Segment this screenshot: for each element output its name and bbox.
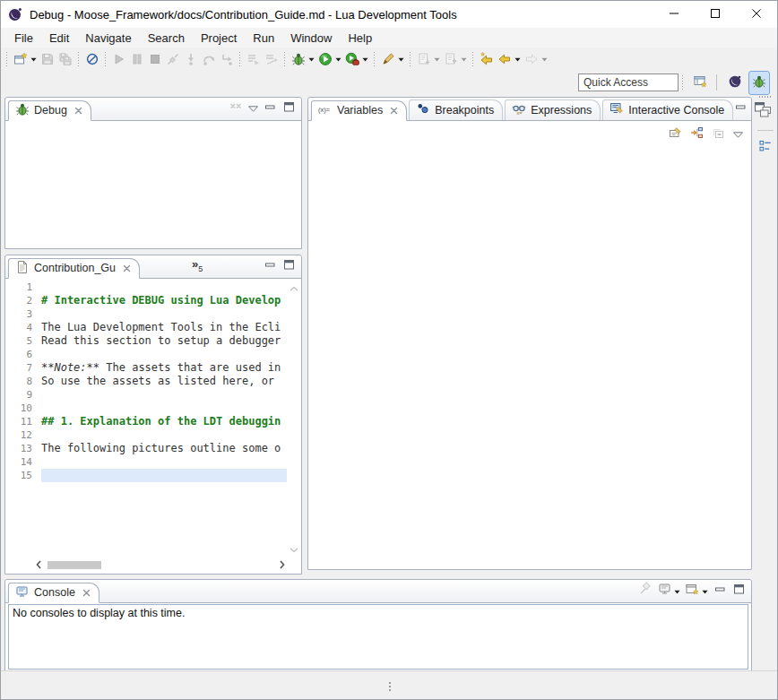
display-console-dropdown-icon[interactable] (674, 583, 680, 597)
previous-annotation-button[interactable] (442, 49, 469, 69)
menu-file[interactable]: File (6, 30, 41, 47)
forward-dropdown-icon[interactable] (541, 57, 548, 62)
remove-all-terminated-button[interactable] (228, 99, 244, 117)
pen-button[interactable] (379, 49, 406, 69)
toolbar-drag-handle[interactable] (78, 52, 79, 66)
editor-line[interactable]: 6 (5, 348, 287, 361)
close-icon[interactable] (74, 107, 82, 115)
close-icon[interactable] (123, 264, 131, 272)
tab-expressions[interactable]: x=Expressions (505, 99, 601, 120)
outline-view-button[interactable] (757, 138, 774, 157)
open-console-dropdown-icon[interactable] (702, 583, 708, 597)
toolbar-drag-handle[interactable] (410, 52, 411, 66)
minimize-button[interactable] (263, 257, 278, 275)
step-return-button[interactable] (218, 49, 236, 69)
skip-all-breakpoints-button[interactable] (83, 49, 101, 69)
editor-line[interactable]: 4The Lua Development Tools in the Ecli (5, 321, 287, 334)
editor-line[interactable]: 1 (5, 281, 287, 294)
editor-line[interactable]: 2# Interactive DEBUG using Lua Develop (5, 294, 287, 307)
toolbar-drag-handle[interactable] (105, 52, 106, 66)
open-perspective-button[interactable] (690, 71, 712, 95)
tab-console[interactable]: Console (8, 583, 99, 603)
back-dropdown-icon[interactable] (514, 57, 521, 62)
open-console-button[interactable] (685, 581, 709, 600)
line-number[interactable]: 1 (5, 281, 41, 294)
back-button[interactable] (496, 49, 523, 69)
debug-view-body[interactable] (5, 121, 301, 248)
scroll-left-icon[interactable] (36, 559, 41, 572)
editor-body[interactable]: 12# Interactive DEBUG using Lua Develop3… (5, 279, 301, 574)
pen-dropdown-icon[interactable] (398, 57, 404, 62)
new-wizard-button[interactable] (12, 49, 39, 69)
toolbar-drag-handle[interactable] (374, 52, 375, 66)
editor-line[interactable]: 10 (5, 402, 287, 415)
line-number[interactable]: 13 (5, 442, 41, 455)
tab-debug[interactable]: Debug (8, 100, 91, 121)
scrollbar-thumb[interactable] (48, 561, 101, 569)
close-icon[interactable] (82, 589, 91, 597)
use-step-filters-button[interactable] (245, 49, 263, 69)
editor-line[interactable]: 8So use the assets as listed here, or (5, 375, 287, 388)
line-number[interactable]: 7 (5, 361, 41, 375)
menu-project[interactable]: Project (193, 30, 245, 47)
save-button[interactable] (39, 49, 56, 69)
line-number[interactable]: 3 (5, 307, 41, 321)
lua-perspective-button[interactable] (724, 71, 746, 95)
toolbar-drag-handle[interactable] (472, 52, 473, 66)
last-edit-location-button[interactable] (478, 49, 496, 69)
terminate-button[interactable] (146, 49, 164, 69)
sash-drag-handle[interactable] (389, 682, 391, 693)
restore-view-button[interactable] (757, 104, 774, 123)
tab-breakpoints[interactable]: Breakpoints (409, 99, 503, 120)
line-number[interactable]: 11 (5, 415, 41, 428)
tab-contribution-guide[interactable]: Contribution_Gu (8, 258, 140, 279)
editor-line[interactable]: 9 (5, 388, 287, 402)
resume-button[interactable] (110, 49, 128, 69)
pin-console-button[interactable] (637, 581, 653, 600)
new-wizard-dropdown-icon[interactable] (30, 57, 37, 62)
tab-variables[interactable]: (x)=Variables (311, 100, 407, 121)
show-type-names-button[interactable] (668, 125, 684, 143)
view-menu-button[interactable] (247, 100, 259, 116)
menu-window[interactable]: Window (282, 30, 340, 47)
line-number[interactable]: 4 (5, 321, 41, 334)
editor-line[interactable]: 13The following pictures outline some o (5, 442, 287, 455)
run-external-button[interactable] (343, 49, 370, 69)
line-number[interactable]: 10 (5, 402, 41, 415)
run-dropdown-icon[interactable] (335, 57, 341, 62)
show-logical-structure-button[interactable] (689, 125, 705, 143)
editor-line[interactable]: 12 (5, 428, 287, 442)
previous-annotation-dropdown-icon[interactable] (461, 57, 467, 62)
editor-line[interactable]: 5Read this section to setup a debugger (5, 334, 287, 348)
minimize-button[interactable] (263, 99, 278, 117)
step-filters-config-button[interactable] (263, 49, 281, 69)
trim-drag-handle[interactable] (759, 96, 772, 98)
editor-horizontal-scrollbar[interactable] (36, 559, 285, 571)
save-all-button[interactable] (56, 49, 74, 69)
toolbar-drag-handle[interactable] (284, 52, 285, 66)
minimize-button[interactable] (713, 582, 728, 600)
hidden-editors-chevron[interactable]: »5 (192, 257, 203, 273)
tab-interactive-console[interactable]: Interactive Console (602, 99, 733, 120)
editor-content[interactable]: 12# Interactive DEBUG using Lua Develop3… (5, 281, 287, 482)
line-number[interactable]: 8 (5, 375, 41, 388)
window-minimize-button[interactable] (653, 1, 695, 28)
debug-perspective-button[interactable] (748, 71, 770, 95)
run-external-dropdown-icon[interactable] (362, 57, 368, 62)
debug-dropdown-icon[interactable] (308, 57, 315, 62)
toolbar-drag-handle[interactable] (6, 52, 7, 66)
debug-button[interactable] (290, 49, 316, 69)
scroll-right-icon[interactable] (280, 559, 285, 572)
next-annotation-button[interactable] (415, 49, 442, 69)
step-over-button[interactable] (200, 49, 218, 69)
editor-line[interactable]: 15 (5, 469, 287, 482)
menu-search[interactable]: Search (140, 30, 193, 47)
editor-line[interactable]: 3 (5, 307, 287, 321)
maximize-button[interactable] (281, 257, 297, 275)
editor-line[interactable]: 7**Note:** The assets that are used in (5, 361, 287, 375)
window-maximize-button[interactable] (695, 1, 736, 28)
line-number[interactable]: 9 (5, 388, 41, 402)
line-number[interactable]: 15 (5, 469, 41, 482)
run-button[interactable] (316, 49, 343, 69)
display-console-button[interactable] (657, 581, 681, 600)
